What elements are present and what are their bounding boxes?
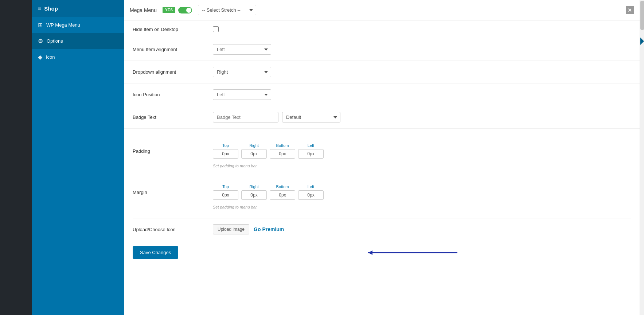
grid-icon: ⊞ [38,22,43,28]
dark-sidebar [0,0,32,315]
sidebar-item-label: Icon [46,54,55,60]
padding-top-label: Top [213,143,238,148]
save-area: Save Changes [124,240,640,265]
dropdown-alignment-control: Left Center Right [213,67,631,77]
menu-item-alignment-row: Menu Item Alignment Left Center Right [124,38,640,61]
badge-text-label: Badge Text [133,114,213,120]
padding-left-input[interactable] [298,149,324,159]
main-content: Mega Menu YES -- Select Stretch -- ✕ Hid… [124,0,640,315]
dropdown-alignment-row: Dropdown alignment Left Center Right [124,61,640,83]
save-changes-button[interactable]: Save Changes [133,246,178,259]
padding-right-input[interactable] [241,149,267,159]
padding-top-field: Top [213,143,238,159]
scrollbar-thumb[interactable] [640,1,644,30]
spacer [124,129,640,136]
padding-hint: Set padding to menu bar. [213,162,631,173]
hide-item-control [213,26,631,32]
mega-menu-title: Mega Menu [130,7,157,13]
margin-right-field: Right [241,184,267,200]
margin-left-label: Left [298,184,324,189]
icon-position-row: Icon Position Left Right [124,83,640,106]
toggle-switch[interactable] [178,7,192,13]
badge-style-select[interactable]: Default Primary Success Danger Warning [282,112,340,122]
svg-marker-1 [368,250,372,255]
menu-icon: ≡ [38,5,41,12]
dropdown-alignment-label: Dropdown alignment [133,69,213,75]
sidebar-item-label: Options [47,38,63,44]
sidebar-item-icon[interactable]: ◆ Icon [32,49,124,65]
go-premium-link[interactable]: Go Premium [254,226,284,232]
icon-position-select[interactable]: Left Right [213,89,271,100]
padding-bottom-label: Bottom [270,143,295,148]
sidebar-shop-title: Shop [44,5,58,12]
yes-toggle-wrap[interactable]: YES [163,7,192,13]
hide-item-row: Hide Item on Desktop [124,20,640,38]
menu-item-alignment-label: Menu Item Alignment [133,47,213,52]
margin-bottom-input[interactable] [270,190,295,200]
margin-left-field: Left [298,184,324,200]
margin-top-label: Top [213,184,238,189]
padding-left-label: Left [298,143,324,148]
margin-section: Margin Top Right Bottom Lef [124,177,640,218]
padding-label: Padding [133,148,213,154]
margin-right-label: Right [241,184,267,189]
right-scrollbar[interactable] [640,0,644,315]
margin-hint: Set padding to menu bar. [213,203,631,214]
margin-row: Margin Top Right Bottom Lef [133,184,631,200]
icon-position-control: Left Right [213,89,631,100]
close-icon: ✕ [628,7,632,13]
padding-right-field: Right [241,143,267,159]
hide-item-checkbox[interactable] [213,26,219,32]
margin-bottom-field: Bottom [270,184,295,200]
badge-text-input[interactable] [213,112,278,122]
sidebar-item-wp-mega-menu[interactable]: ⊞ WP Mega Menu [32,17,124,33]
form-area: Hide Item on Desktop Menu Item Alignment… [124,20,640,315]
yes-badge: YES [163,7,176,13]
margin-right-input[interactable] [241,190,267,200]
arrow-annotation [364,247,459,258]
menu-item-alignment-select[interactable]: Left Center Right [213,44,271,55]
gear-icon: ⚙ [38,38,43,44]
margin-top-field: Top [213,184,238,200]
padding-right-label: Right [241,143,267,148]
stretch-select[interactable]: -- Select Stretch -- [198,5,256,15]
padding-bottom-input[interactable] [270,149,295,159]
margin-label: Margin [133,190,213,195]
menu-item-alignment-control: Left Center Right [213,44,631,55]
icon-position-label: Icon Position [133,92,213,97]
margin-top-input[interactable] [213,190,238,200]
badge-text-control: Default Primary Success Danger Warning [213,112,631,122]
margin-left-input[interactable] [298,190,324,200]
upload-row: Upload/Choose Icon Upload image Go Premi… [124,218,640,240]
badge-text-row: Badge Text Default Primary Success Dange… [124,106,640,129]
upload-label: Upload/Choose Icon [133,227,213,232]
close-button[interactable]: ✕ [626,6,634,14]
padding-bottom-field: Bottom [270,143,295,159]
sidebar-header[interactable]: ≡ Shop [32,0,124,17]
padding-row: Padding Top Right Bottom Le [133,143,631,159]
hide-item-label: Hide Item on Desktop [133,27,213,32]
padding-top-input[interactable] [213,149,238,159]
margin-bottom-label: Bottom [270,184,295,189]
margin-inputs: Top Right Bottom Left [213,184,324,200]
upload-image-button[interactable]: Upload image [213,224,249,234]
padding-section: Padding Top Right Bottom Le [124,136,640,177]
padding-inputs: Top Right Bottom Left [213,143,324,159]
sidebar-item-options[interactable]: ⚙ Options [32,33,124,49]
active-indicator [640,38,644,45]
dropdown-alignment-select[interactable]: Left Center Right [213,67,271,77]
diamond-icon: ◆ [38,54,42,61]
top-bar: Mega Menu YES -- Select Stretch -- ✕ [124,0,640,20]
padding-left-field: Left [298,143,324,159]
sidebar-item-label: WP Mega Menu [46,22,80,28]
blue-sidebar: ≡ Shop ⊞ WP Mega Menu ⚙ Options ◆ Icon [32,0,124,315]
